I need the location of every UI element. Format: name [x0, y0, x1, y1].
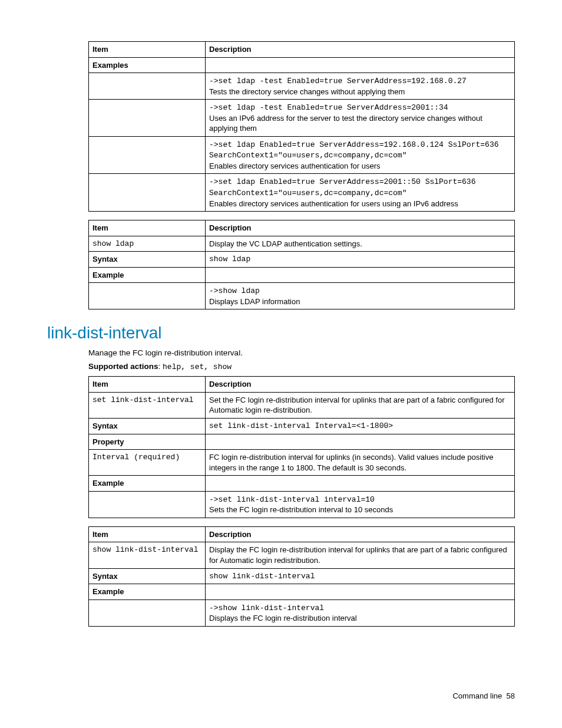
code-text: ->show ldap [209, 286, 260, 295]
table-row: ->set ldap -test Enabled=true ServerAddr… [89, 73, 515, 100]
supported-actions-label: Supported actions [88, 362, 158, 371]
desc-text: FC login re-distribution interval for up… [206, 450, 515, 476]
header-item: Item [89, 377, 206, 393]
table-show-link-dist-interval: Item Description show link-dist-interval… [88, 526, 515, 627]
table-row: ->show ldap Displays LDAP information [89, 283, 515, 309]
example-cell: ->set link-dist-interval interval=10 Set… [206, 491, 515, 518]
table-row: show ldap Display the VC LDAP authentica… [89, 236, 515, 252]
table-row: ->show link-dist-interval Displays the F… [89, 599, 515, 626]
table-row: Interval (required) FC login re-distribu… [89, 450, 515, 476]
example-label: Example [89, 267, 206, 283]
desc-text: Displays the FC login re-distribution in… [209, 614, 357, 622]
header-desc: Description [206, 526, 515, 542]
page-footer: Command line 58 [47, 691, 515, 700]
empty-cell [206, 476, 515, 492]
empty-cell [206, 267, 515, 283]
table-row: Property [89, 434, 515, 450]
empty-cell [206, 57, 515, 73]
header-item: Item [89, 220, 206, 236]
table-show-ldap: Item Description show ldap Display the V… [88, 220, 515, 309]
table-row: set link-dist-interval Set the FC login … [89, 392, 515, 418]
table-header-row: Item Description [89, 42, 515, 58]
example-cell: ->set ldap -test Enabled=true ServerAddr… [206, 73, 515, 100]
desc-text: Uses an IPv6 address for the server to t… [209, 114, 482, 133]
command-name: set link-dist-interval [89, 392, 206, 418]
table-row: Example [89, 584, 515, 600]
table-row: show link-dist-interval Display the FC l… [89, 542, 515, 568]
code-text: ->set ldap Enabled=true ServerAddress=19… [209, 140, 498, 160]
empty-cell [89, 73, 206, 100]
header-desc: Description [206, 377, 515, 393]
desc-text: Display the VC LDAP authentication setti… [206, 236, 515, 252]
table-row: Example [89, 476, 515, 492]
desc-text: Sets the FC login re-distribution interv… [209, 505, 393, 514]
code-text: ->show link-dist-interval [209, 604, 324, 612]
header-desc: Description [206, 220, 515, 236]
desc-text: Enables directory services authenticatio… [209, 162, 380, 170]
examples-label: Examples [89, 57, 206, 73]
table-header-row: Item Description [89, 377, 515, 393]
command-name: show ldap [89, 236, 206, 252]
example-cell: ->set ldap -test Enabled=true ServerAddr… [206, 100, 515, 137]
desc-text: Displays LDAP information [209, 297, 300, 306]
table-row: Syntax show link-dist-interval [89, 568, 515, 584]
empty-cell [89, 100, 206, 137]
desc-text: Set the FC login re-distribution interva… [206, 392, 515, 418]
header-item: Item [89, 42, 206, 58]
section-heading: link-dist-interval [47, 324, 515, 342]
example-cell: ->show ldap Displays LDAP information [206, 283, 515, 309]
footer-text: Command line [452, 691, 502, 700]
table-row: Syntax set link-dist-interval Interval=<… [89, 419, 515, 434]
empty-cell [89, 599, 206, 626]
empty-cell [89, 136, 206, 174]
empty-cell [89, 174, 206, 212]
empty-cell [206, 584, 515, 600]
table-row: ->set ldap -test Enabled=true ServerAddr… [89, 100, 515, 137]
table-row: Syntax show ldap [89, 252, 515, 268]
colon: : [158, 362, 163, 371]
supported-actions-line: Supported actions: help, set, show [88, 362, 515, 371]
command-name: show link-dist-interval [89, 542, 206, 568]
example-label: Example [89, 476, 206, 492]
header-desc: Description [206, 42, 515, 58]
property-code: Interval (required) [89, 450, 206, 476]
example-cell: ->set ldap Enabled=true ServerAddress=20… [206, 174, 515, 212]
table-header-row: Item Description [89, 526, 515, 542]
property-label: Property [89, 434, 206, 450]
syntax-label: Syntax [89, 568, 206, 584]
table-set-ldap-examples: Item Description Examples ->set ldap -te… [88, 41, 515, 212]
code-text: ->set link-dist-interval interval=10 [209, 495, 375, 504]
empty-cell [206, 434, 515, 450]
empty-cell [89, 491, 206, 518]
syntax-label: Syntax [89, 419, 206, 434]
example-cell: ->show link-dist-interval Displays the F… [206, 599, 515, 626]
intro-paragraph: Manage the FC login re-distribution inte… [88, 348, 515, 357]
desc-text: Enables directory services authenticatio… [209, 199, 458, 208]
supported-actions-code: help, set, show [163, 363, 232, 371]
table-row: Examples [89, 57, 515, 73]
desc-text: Display the FC login re-distribution int… [206, 542, 515, 568]
code-text: ->set ldap Enabled=true ServerAddress=20… [209, 177, 475, 197]
example-label: Example [89, 584, 206, 600]
empty-cell [89, 283, 206, 309]
code-text: ->set ldap -test Enabled=true ServerAddr… [209, 77, 467, 85]
example-cell: ->set ldap Enabled=true ServerAddress=19… [206, 136, 515, 174]
table-row: ->set ldap Enabled=true ServerAddress=19… [89, 136, 515, 174]
table-header-row: Item Description [89, 220, 515, 236]
code-text: ->set ldap -test Enabled=true ServerAddr… [209, 103, 448, 112]
syntax-label: Syntax [89, 252, 206, 268]
page-number: 58 [507, 691, 515, 700]
syntax-code: show ldap [206, 252, 515, 268]
syntax-code: show link-dist-interval [206, 568, 515, 584]
table-row: Example [89, 267, 515, 283]
table-row: ->set link-dist-interval interval=10 Set… [89, 491, 515, 518]
table-set-link-dist-interval: Item Description set link-dist-interval … [88, 376, 515, 518]
page-content: Item Description Examples ->set ldap -te… [88, 41, 515, 627]
desc-text: Tests the directory service changes with… [209, 87, 405, 96]
table-row: ->set ldap Enabled=true ServerAddress=20… [89, 174, 515, 212]
syntax-code: set link-dist-interval Interval=<1-1800> [206, 419, 515, 434]
header-item: Item [89, 526, 206, 542]
